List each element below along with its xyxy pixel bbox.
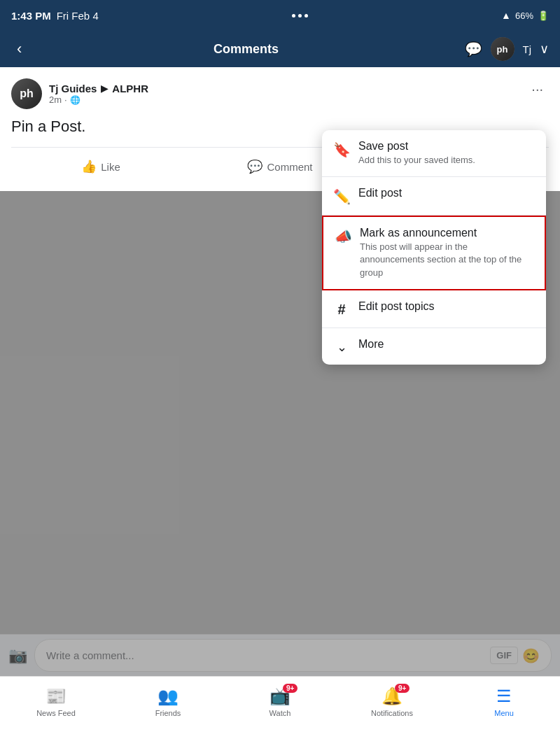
announcement-text: Mark as announcement This post will appe… xyxy=(360,227,533,279)
like-icon: 👍 xyxy=(81,159,97,174)
separator-dot: · xyxy=(64,94,67,105)
tab-menu[interactable]: ☰ Menu xyxy=(448,684,560,720)
edit-topics-title: Edit post topics xyxy=(358,300,435,313)
notifications-label: Notifications xyxy=(371,709,413,717)
announcement-icon: 📣 xyxy=(335,228,351,245)
dot2 xyxy=(298,14,302,17)
watch-badge: 9+ xyxy=(283,684,298,693)
like-button[interactable]: 👍 Like xyxy=(11,153,190,180)
messenger-icon[interactable]: 💬 xyxy=(465,41,482,57)
more-icon: ⌄ xyxy=(333,339,350,355)
notifications-badge: 9+ xyxy=(395,684,410,693)
edit-topics-text: Edit post topics xyxy=(358,300,435,313)
tab-watch[interactable]: 9+ 📺 Watch xyxy=(224,684,336,720)
post-group-name: ALPHR xyxy=(112,83,148,94)
battery-symbol: 🔋 xyxy=(538,10,549,21)
comment-label: Comment xyxy=(267,161,312,173)
hashtag-icon: # xyxy=(333,302,350,318)
post-options-button[interactable]: ··· xyxy=(526,78,549,100)
post-user-line: Tj Guides ▶ ALPHR xyxy=(49,83,148,94)
edit-icon: ✏️ xyxy=(333,188,350,205)
menu-item-edit-post[interactable]: ✏️ Edit post xyxy=(322,177,546,216)
post-user-info: ph Tj Guides ▶ ALPHR 2m · 🌐 xyxy=(11,78,148,109)
nav-user-name: Tj xyxy=(523,43,532,55)
tab-news-feed[interactable]: 📰 News Feed xyxy=(0,684,112,720)
like-label: Like xyxy=(101,161,120,173)
more-text: More xyxy=(358,338,384,351)
save-post-title: Save post xyxy=(358,140,475,153)
wifi-icon: ▲ xyxy=(501,10,511,21)
save-icon: 🔖 xyxy=(333,141,350,158)
edit-post-title: Edit post xyxy=(358,187,402,199)
nav-bar: ‹ Comments 💬 ph Tj ∨ xyxy=(0,31,560,67)
nav-chevron-icon[interactable]: ∨ xyxy=(540,41,549,57)
avatar-initials: ph xyxy=(491,37,514,61)
nav-right-group: 💬 ph Tj ∨ xyxy=(465,37,550,61)
battery-icon: 66% xyxy=(515,10,533,21)
globe-icon: 🌐 xyxy=(70,95,80,105)
friends-icon: 👥 xyxy=(158,687,178,706)
post-meta: Tj Guides ▶ ALPHR 2m · 🌐 xyxy=(49,83,148,105)
menu-item-more[interactable]: ⌄ More xyxy=(322,328,546,365)
avatar[interactable]: ph xyxy=(491,37,514,61)
comment-icon: 💬 xyxy=(247,159,262,174)
watch-label: Watch xyxy=(270,709,291,717)
news-feed-label: News Feed xyxy=(36,709,76,717)
status-time: 1:43 PM xyxy=(11,10,51,22)
dropdown-menu: 🔖 Save post Add this to your saved items… xyxy=(322,130,546,365)
announcement-desc: This post will appear in the announcemen… xyxy=(360,241,533,279)
dot1 xyxy=(292,14,295,17)
status-bar: 1:43 PM Fri Feb 4 ▲ 66% 🔋 xyxy=(0,0,560,31)
nav-title: Comments xyxy=(214,42,279,57)
status-date: Fri Feb 4 xyxy=(57,10,99,22)
dot3 xyxy=(304,14,308,17)
edit-post-text: Edit post xyxy=(358,187,402,199)
post-author-avatar: ph xyxy=(11,78,42,109)
save-post-text: Save post Add this to your saved items. xyxy=(358,140,475,167)
status-bar-left: 1:43 PM Fri Feb 4 xyxy=(11,10,99,22)
more-title: More xyxy=(358,338,384,351)
back-button[interactable]: ‹ xyxy=(11,34,27,64)
announcement-title: Mark as announcement xyxy=(360,227,533,239)
tab-bar: 📰 News Feed 👥 Friends 9+ 📺 Watch 9+ 🔔 No… xyxy=(0,676,560,746)
post-time: 2m xyxy=(49,94,62,105)
post-arrow-icon: ▶ xyxy=(101,83,108,94)
menu-icon: ☰ xyxy=(496,687,512,706)
post-timestamp: 2m · 🌐 xyxy=(49,94,148,105)
friends-label: Friends xyxy=(155,709,181,717)
tab-friends[interactable]: 👥 Friends xyxy=(112,684,224,720)
tab-notifications[interactable]: 9+ 🔔 Notifications xyxy=(336,684,448,720)
menu-item-edit-topics[interactable]: # Edit post topics xyxy=(322,290,546,328)
post-author-name: Tj Guides xyxy=(49,83,97,94)
status-bar-dots xyxy=(292,14,308,17)
menu-label: Menu xyxy=(494,709,514,717)
status-bar-right: ▲ 66% 🔋 xyxy=(501,10,549,21)
post-header: ph Tj Guides ▶ ALPHR 2m · 🌐 xyxy=(11,78,549,109)
menu-item-mark-announcement[interactable]: 📣 Mark as announcement This post will ap… xyxy=(322,216,546,290)
save-post-desc: Add this to your saved items. xyxy=(358,154,475,167)
menu-item-save-post[interactable]: 🔖 Save post Add this to your saved items… xyxy=(322,130,546,177)
news-feed-icon: 📰 xyxy=(46,687,66,706)
